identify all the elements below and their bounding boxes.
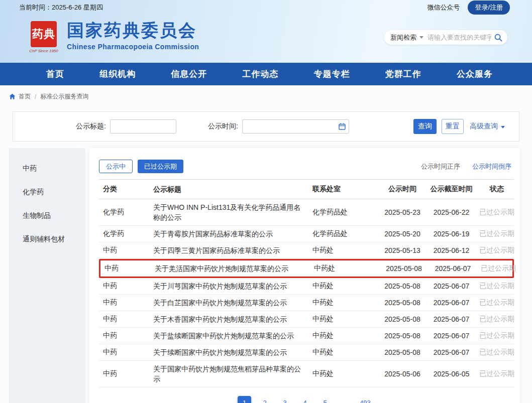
cell-title[interactable]: 关于青霉胺片国家药品标准草案的公示 — [153, 226, 312, 242]
cell-end-date: 2025-06-07 — [428, 332, 475, 340]
filter-time-label: 公示时间: — [208, 122, 238, 131]
table-row[interactable]: 中药关于续断国家中药饮片炮制规范草案的公示中药处2025-05-082025-0… — [99, 344, 514, 361]
table-header-cell: 公示时间 — [377, 185, 428, 194]
cell-title[interactable]: 关于盐续断国家中药饮片炮制规范草案的公示 — [153, 328, 312, 344]
topbar: 当前时间：2025-6-26 星期四 微信公众号 登录/注册 — [0, 0, 532, 15]
table-row[interactable]: 化学药关于WHO INN P-List131及有关化学药品通用名称的公示化学药品… — [99, 199, 514, 226]
cell-status: 已过公示期 — [475, 315, 519, 324]
nav-item-4[interactable]: 工作动态 — [242, 68, 278, 80]
sort-time-desc-link[interactable]: 公示时间倒序 — [472, 162, 511, 171]
cell-office: 中药处 — [312, 348, 377, 357]
reset-button[interactable]: 重置 — [442, 119, 464, 134]
cell-office: 中药处 — [312, 298, 377, 307]
tab-in-publicity[interactable]: 公示中 — [99, 160, 133, 173]
table-row[interactable]: 中药关于盐续断国家中药饮片炮制规范草案的公示中药处2025-05-082025-… — [99, 328, 514, 344]
cell-title[interactable]: 关于国家中药饮片炮制规范焦稻芽品种草案的公示 — [153, 361, 312, 387]
nav-item-3[interactable]: 信息公开 — [171, 68, 207, 80]
sidebar-item-3[interactable]: 生物制品 — [9, 204, 85, 227]
current-time: 当前时间：2025-6-26 星期四 — [19, 3, 103, 12]
nav-item-2[interactable]: 组织机构 — [99, 68, 136, 80]
sidebar-item-2[interactable]: 化学药 — [9, 180, 85, 204]
cell-end-date: 2025-06-12 — [428, 246, 475, 254]
cell-title[interactable]: 关于WHO INN P-List131及有关化学药品通用名称的公示 — [153, 199, 312, 225]
cell-title[interactable]: 关于木香国家中药饮片炮制规范草案的公示 — [153, 311, 312, 327]
table-row[interactable]: 中药关于国家中药饮片炮制规范焦稻芽品种草案的公示中药处2025-05-06202… — [99, 361, 514, 387]
cell-publish-date: 2025-05-23 — [377, 208, 428, 216]
cell-title[interactable]: 关于羌活国家中药饮片炮制规范草案的公示 — [155, 260, 314, 277]
wechat-link[interactable]: 微信公众号 — [427, 3, 460, 12]
cell-title[interactable]: 关于四季三黄片国家药品标准草案的公示 — [153, 242, 312, 258]
filter-panel: 公示标题: 公示时间: 查询 重置 高级查询 — [13, 111, 519, 142]
table-row[interactable]: 中药关于木香国家中药饮片炮制规范草案的公示中药处2025-05-082025-0… — [99, 311, 514, 328]
sidebar-item-1[interactable]: 中药 — [9, 157, 85, 180]
home-icon[interactable] — [9, 93, 16, 100]
site-title: 国家药典委员会 — [67, 21, 199, 40]
pagination-page[interactable]: 2 — [255, 399, 275, 403]
logo-seal-icon: 药典 — [31, 21, 57, 47]
breadcrumb-current: 标准公示服务查询 — [40, 92, 88, 101]
pagination-page[interactable]: 4 — [295, 399, 315, 403]
nav-item-1[interactable]: 首页 — [46, 68, 64, 80]
nav-item-7[interactable]: 公众服务 — [457, 68, 493, 80]
cell-publish-date: 2025-05-08 — [377, 332, 428, 340]
cell-office: 中药处 — [312, 315, 377, 324]
brand: 药典 ChP Since 1950 国家药典委员会 Chinese Pharma… — [28, 21, 199, 53]
cell-category: 中药 — [99, 369, 153, 378]
logo-caption: ChP Since 1950 — [28, 49, 60, 53]
table-row[interactable]: 化学药关于青霉胺片国家药品标准草案的公示化学药品处2025-05-202025-… — [99, 226, 514, 242]
breadcrumb-separator: / — [35, 93, 36, 100]
header-search-input[interactable] — [428, 34, 491, 41]
breadcrumb-home[interactable]: 首页 — [19, 92, 31, 101]
cell-office: 化学药品处 — [312, 208, 377, 217]
calendar-icon[interactable] — [339, 123, 346, 130]
login-register-button[interactable]: 登录/注册 — [468, 1, 510, 15]
table-header-cell: 公示截至时间 — [428, 185, 475, 194]
cell-status: 已过公示期 — [475, 246, 519, 255]
sort-time-asc-link[interactable]: 公示时间正序 — [421, 162, 460, 171]
cell-category: 中药 — [99, 331, 153, 340]
filter-time-input[interactable] — [242, 119, 349, 133]
cell-publish-date: 2025-05-13 — [377, 246, 428, 254]
pagination-ellipsis: ... — [335, 399, 355, 403]
cell-end-date: 2025-06-19 — [428, 230, 475, 238]
cell-title[interactable]: 关于续断国家中药饮片炮制规范草案的公示 — [153, 344, 312, 360]
nav-item-5[interactable]: 专题专栏 — [314, 68, 350, 80]
sidebar-item-4[interactable]: 通则辅料包材 — [9, 227, 85, 251]
cell-publish-date: 2025-05-08 — [377, 299, 428, 307]
table-body: 化学药关于WHO INN P-List131及有关化学药品通用名称的公示化学药品… — [99, 199, 514, 387]
cell-office: 中药处 — [312, 369, 377, 378]
search-icon[interactable] — [494, 34, 502, 42]
cell-title[interactable]: 关于川芎国家中药饮片炮制规范草案的公示 — [153, 278, 312, 294]
table-header-cell: 状态 — [475, 185, 519, 194]
advanced-search-link[interactable]: 高级查询 — [470, 122, 505, 131]
query-button[interactable]: 查询 — [413, 119, 437, 134]
logo[interactable]: 药典 ChP Since 1950 — [28, 21, 60, 53]
table-row[interactable]: 中药关于川芎国家中药饮片炮制规范草案的公示中药处2025-05-082025-0… — [99, 278, 514, 295]
pagination-page[interactable]: 3 — [275, 399, 295, 403]
cell-status: 已过公示期 — [475, 298, 519, 307]
nav-item-6[interactable]: 党群工作 — [385, 68, 421, 80]
pagination-page-active[interactable]: 1 — [238, 396, 251, 403]
publicity-table: 分类公示标题联系处室公示时间公示截至时间状态 化学药关于WHO INN P-Li… — [99, 179, 514, 387]
table-row[interactable]: 中药关于四季三黄片国家药品标准草案的公示中药处2025-05-132025-06… — [99, 242, 514, 259]
table-row-highlighted[interactable]: 中药关于羌活国家中药饮片炮制规范草案的公示中药处2025-05-082025-0… — [99, 259, 514, 278]
filter-title-input[interactable] — [110, 119, 176, 133]
site-subtitle: Chinese Pharmacopoeia Commission — [67, 43, 199, 51]
cell-end-date: 2025-06-07 — [430, 264, 476, 273]
table-row[interactable]: 中药关于白芷国家中药饮片炮制规范草案的公示中药处2025-05-082025-0… — [99, 295, 514, 311]
cell-status: 已过公示期 — [475, 369, 519, 378]
cell-status: 已过公示期 — [475, 208, 519, 217]
cell-title[interactable]: 关于白芷国家中药饮片炮制规范草案的公示 — [153, 295, 312, 311]
tab-expired-publicity[interactable]: 已过公示期 — [138, 160, 183, 173]
search-category-selector[interactable]: 新闻检索 — [390, 33, 416, 42]
filter-title-label: 公示标题: — [76, 122, 106, 131]
cell-category: 中药 — [99, 298, 153, 307]
cell-publish-date: 2025-05-20 — [377, 230, 428, 238]
cell-end-date: 2025-06-05 — [428, 370, 475, 378]
pagination-page[interactable]: 493 — [355, 399, 375, 403]
table-header-cell: 分类 — [99, 185, 153, 194]
pagination-page[interactable]: 5 — [315, 399, 335, 403]
cell-category: 中药 — [99, 246, 153, 255]
chevron-down-icon[interactable] — [419, 36, 423, 39]
panel-toolbar: 公示中 已过公示期 公示时间正序 公示时间倒序 — [99, 160, 511, 173]
